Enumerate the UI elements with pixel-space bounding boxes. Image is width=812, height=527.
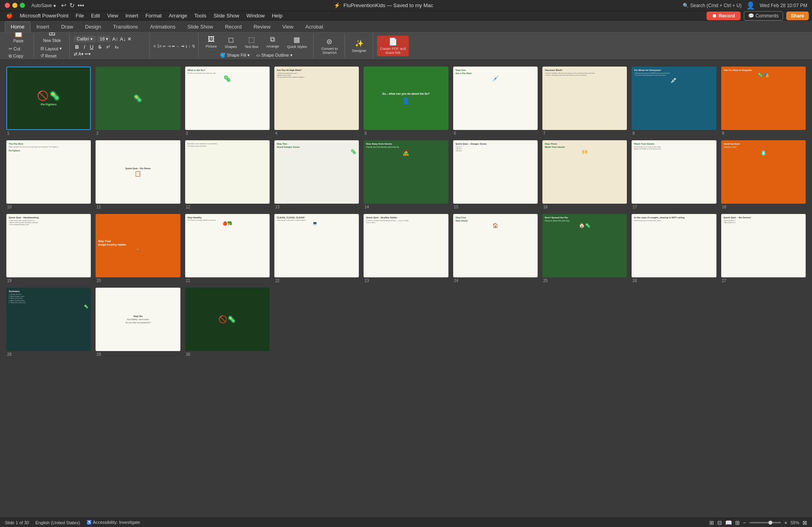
share-button[interactable]: Share bbox=[786, 11, 809, 20]
font-increase-icon[interactable]: A↑ bbox=[112, 36, 118, 42]
comments-button[interactable]: 💬 Comments bbox=[744, 11, 783, 21]
view-normal-icon[interactable]: ⊞ bbox=[709, 519, 714, 526]
align-center-icon[interactable]: ↔ bbox=[176, 44, 180, 48]
text-direction2-icon[interactable]: ⇅ bbox=[192, 44, 195, 48]
text-direction-icon[interactable]: ⇄ bbox=[74, 52, 77, 57]
slide-6[interactable]: Step One Get a Flu Shot 💉 bbox=[453, 67, 538, 130]
slide-13[interactable]: Step Two Avoid Danger Zones 🦠 bbox=[274, 140, 359, 204]
numbered-list-icon[interactable]: 1≡ bbox=[157, 44, 161, 48]
slide-24[interactable]: Step Five Stay Home 🏠 bbox=[453, 214, 538, 277]
decrease-indent-icon[interactable]: ⇤ bbox=[163, 44, 166, 48]
arrange-button[interactable]: ⧉ Arrange bbox=[263, 34, 282, 50]
slide-11[interactable]: Quick Quiz - Flu Shots 📋 bbox=[96, 140, 180, 204]
slide-thumb-13[interactable]: Step Two Avoid Danger Zones 🦠 13 bbox=[274, 140, 359, 209]
slide-thumb-1[interactable]: 🚫🦠 Flu Fighters 1 bbox=[6, 67, 91, 136]
search-bar[interactable]: 🔍 Search (Cmd + Ctrl + U) bbox=[683, 3, 741, 8]
increase-indent-icon[interactable]: ⇥ bbox=[167, 44, 170, 48]
slide-28[interactable]: Summary 1. Get the flu shot2. Avoid dang… bbox=[6, 288, 91, 351]
slide-thumb-14[interactable]: Stay Away from Germs Friends don't let f… bbox=[364, 140, 448, 209]
slide-16[interactable]: Step Three Wash Your Hands 🙌 bbox=[542, 140, 627, 204]
superscript-button[interactable]: x² bbox=[105, 44, 111, 50]
zoom-handle[interactable] bbox=[768, 521, 772, 525]
user-icon[interactable]: 👤 bbox=[746, 1, 755, 10]
italic-button[interactable]: I bbox=[82, 44, 87, 50]
slide-thumb-8[interactable]: Flu Shots for Everyone! • Getting a flu … bbox=[632, 67, 716, 136]
slide-thumb-7[interactable]: Vaccines Work! • If you're healthy, a fl… bbox=[542, 67, 627, 136]
copy-button[interactable]: ⧉ Copy bbox=[6, 53, 31, 59]
menu-format[interactable]: Format bbox=[142, 12, 165, 19]
slide-10[interactable]: The Flu Shot When you get a flu shot, yo… bbox=[6, 140, 91, 204]
slide-1[interactable]: 🚫🦠 Flu Fighters bbox=[6, 67, 91, 130]
menu-file[interactable]: File bbox=[73, 12, 87, 19]
zoom-in-icon[interactable]: + bbox=[784, 519, 787, 526]
menu-slideshow[interactable]: Slide Show bbox=[210, 12, 242, 19]
menu-insert[interactable]: Insert bbox=[122, 12, 142, 19]
slide-thumb-26[interactable]: In the case of coughs, sharing is NOT ca… bbox=[632, 214, 716, 283]
tab-transitions[interactable]: Transitions bbox=[107, 21, 144, 32]
menu-help[interactable]: Help bbox=[269, 12, 286, 19]
font-decrease-icon[interactable]: A↓ bbox=[120, 36, 126, 42]
zoom-out-icon[interactable]: − bbox=[743, 519, 746, 526]
minimize-button[interactable] bbox=[12, 3, 17, 8]
slide-thumb-3[interactable]: What is the flu? The flu is a virus that… bbox=[185, 67, 270, 136]
bold-button[interactable]: B bbox=[74, 44, 80, 50]
menu-tools[interactable]: Tools bbox=[191, 12, 209, 19]
tab-draw[interactable]: Draw bbox=[55, 21, 79, 32]
slide-30[interactable]: 🚫🦠 bbox=[185, 288, 270, 351]
tab-review[interactable]: Review bbox=[247, 21, 276, 32]
line-spacing-icon[interactable]: ↕ bbox=[189, 44, 191, 48]
slide-2[interactable]: 🦠 bbox=[96, 67, 180, 130]
clear-format-icon[interactable]: ✕ bbox=[127, 36, 132, 42]
shape-outline-button[interactable]: ▭ Shape Outline ▾ bbox=[254, 52, 295, 59]
underline-button[interactable]: U bbox=[88, 44, 95, 50]
slide-25[interactable]: Don't Spread the Flu Home is where the s… bbox=[542, 214, 627, 277]
slide-thumb-28[interactable]: Summary 1. Get the flu shot2. Avoid dang… bbox=[6, 288, 91, 357]
shape-fill-button[interactable]: 🪣 Shape Fill ▾ bbox=[218, 52, 252, 59]
reset-button[interactable]: ↺ Reset bbox=[38, 52, 66, 59]
slide-22[interactable]: CLEAN, CLEAN, CLEAN! cleaning who's clea… bbox=[274, 214, 359, 277]
slide-thumb-25[interactable]: Don't Spread the Flu Home is where the s… bbox=[542, 214, 627, 283]
menu-edit[interactable]: Edit bbox=[88, 12, 103, 19]
tab-slideshow[interactable]: Slide Show bbox=[181, 21, 219, 32]
designer-button[interactable]: ✨ Designer bbox=[349, 38, 370, 54]
slide-thumb-12[interactable]: A student in one semester in one questio… bbox=[185, 140, 270, 209]
subscript-button[interactable]: x₂ bbox=[113, 44, 120, 50]
paste-button[interactable]: 📋 Paste bbox=[10, 32, 27, 45]
slide-17[interactable]: Wash Your Hands Good things come to thos… bbox=[632, 140, 716, 204]
slide-19[interactable]: Quick Quiz - Handwashing • Think about t… bbox=[6, 214, 91, 277]
slide-thumb-30[interactable]: 🚫🦠 30 bbox=[185, 288, 270, 357]
slide-thumb-20[interactable]: Step Four Adopt Healthy Habits 🏃 20 bbox=[96, 214, 180, 283]
font-color-icon[interactable]: A▾ bbox=[79, 52, 84, 57]
slide-thumb-17[interactable]: Wash Your Hands Good things come to thos… bbox=[632, 140, 716, 209]
apple-menu[interactable]: 🍎 bbox=[3, 12, 16, 19]
more-icon[interactable]: ••• bbox=[78, 2, 84, 9]
cut-button[interactable]: ✂ Cut bbox=[6, 46, 31, 52]
slide-7[interactable]: Vaccines Work! • If you're healthy, a fl… bbox=[542, 67, 627, 130]
bullet-list-icon[interactable]: ≡ bbox=[154, 44, 156, 48]
slide-21[interactable]: Stay Healthy Your body is a temple. Make… bbox=[185, 214, 270, 277]
font-family-selector[interactable]: Calibri ▾ bbox=[74, 36, 96, 42]
slide-thumb-22[interactable]: CLEAN, CLEAN, CLEAN! cleaning who's clea… bbox=[274, 214, 359, 283]
view-grid-icon[interactable]: ⊟ bbox=[717, 519, 722, 526]
create-pdf-button[interactable]: 📄 Create PDF and share link bbox=[377, 36, 409, 56]
slide-26[interactable]: In the case of coughs, sharing is NOT ca… bbox=[632, 214, 716, 277]
undo-icon[interactable]: ↩ bbox=[61, 2, 66, 9]
picture-button[interactable]: 🖼 Picture bbox=[203, 34, 220, 50]
slide-thumb-29[interactable]: Step Six Just kidding - we're done! Do y… bbox=[96, 288, 180, 357]
slide-29[interactable]: Step Six Just kidding - we're done! Do y… bbox=[96, 288, 180, 351]
slide-thumb-23[interactable]: Quick Quiz - Healthy Habits In order to … bbox=[364, 214, 448, 283]
convert-smartart-button[interactable]: ⊜ Convert to SmartArt bbox=[318, 36, 341, 56]
slide-3[interactable]: What is the flu? The flu is a virus that… bbox=[185, 67, 270, 130]
tab-animations[interactable]: Animations bbox=[144, 21, 181, 32]
strikethrough-button[interactable]: S̶ bbox=[97, 44, 103, 50]
slide-thumb-18[interactable]: Hand Sanitizer Friend or Foe? 🧴 18 bbox=[721, 140, 806, 209]
slide-thumb-2[interactable]: 🦠 2 bbox=[96, 67, 180, 136]
align-right-icon[interactable]: ➡ bbox=[181, 44, 184, 48]
slide-8[interactable]: Flu Shots for Everyone! • Getting a flu … bbox=[632, 67, 716, 130]
slide-15[interactable]: Quick Quiz -- Danger Zones • Q1 text• Q2… bbox=[453, 140, 538, 204]
slide-thumb-5[interactable]: So... what can you do about the flu? 👤 5 bbox=[364, 67, 448, 136]
slide-20[interactable]: Step Four Adopt Healthy Habits 🏃 bbox=[96, 214, 180, 277]
slide-9[interactable]: The Flu Virus in Disguise 🦠🎭 bbox=[721, 67, 806, 130]
slide-thumb-24[interactable]: Step Five Stay Home 🏠 24 bbox=[453, 214, 538, 283]
close-button[interactable] bbox=[5, 3, 10, 8]
